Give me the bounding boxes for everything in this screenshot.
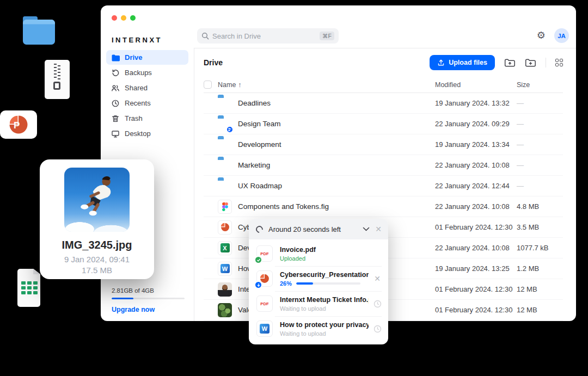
- upload-folder-icon: [504, 58, 516, 67]
- column-header-size[interactable]: Size: [517, 81, 563, 89]
- storage-progress-bar: [112, 298, 185, 299]
- upload-time-remaining: Around 20 seconds left: [268, 225, 357, 233]
- pdf-file-icon: PDF: [256, 295, 273, 312]
- sidebar-item-trash[interactable]: Trash: [106, 111, 188, 126]
- sidebar-item-desktop[interactable]: Desktop: [106, 126, 188, 141]
- shared-people-icon: [111, 84, 120, 93]
- sidebar-item-recents[interactable]: Recents: [106, 96, 188, 110]
- sidebar-item-backups[interactable]: Backups: [106, 65, 188, 80]
- search-shortcut-hint: ⌘F: [320, 32, 334, 40]
- upload-item-name: How to protect your privacy.doc: [280, 321, 369, 329]
- sidebar-item-label: Recents: [125, 99, 151, 107]
- table-row[interactable]: Marketing 22 January 2024. 10:08 —: [204, 155, 563, 176]
- user-avatar[interactable]: JA: [554, 28, 569, 43]
- shared-badge-icon: [226, 126, 234, 133]
- close-popup-button[interactable]: ✕: [375, 225, 382, 233]
- photo-thumbnail: [218, 303, 232, 317]
- settings-gear-button[interactable]: ⚙: [537, 30, 546, 40]
- minimize-window-button[interactable]: [121, 15, 126, 21]
- upload-progress-popup: Around 20 seconds left ✕ PDF Invoice.pdf…: [249, 219, 388, 344]
- column-header-modified[interactable]: Modified: [435, 81, 517, 89]
- new-folder-button[interactable]: [525, 58, 536, 67]
- sort-ascending-icon: ↑: [238, 81, 241, 89]
- powerpoint-logo-icon: P: [9, 115, 28, 134]
- svg-text:P: P: [14, 120, 20, 131]
- content-toolbar: Drive Upload files: [204, 48, 563, 77]
- upload-item[interactable]: PDF Internxt Meetup Ticket Info.pdf Wait…: [249, 291, 388, 316]
- powerpoint-file-icon: [218, 220, 232, 235]
- upload-item[interactable]: Cybersecurity_Presentation.ppt 26% ✕: [249, 266, 388, 291]
- window-header: INTERNXT ⌘F ⚙ JA: [101, 5, 576, 48]
- table-row[interactable]: Deadlines 19 January 2024. 13:32 —: [204, 93, 563, 114]
- search-input[interactable]: [212, 32, 316, 40]
- table-row[interactable]: Development 19 January 2024. 13:34 —: [204, 134, 563, 155]
- table-row[interactable]: UX Roadmap 22 January 2024. 12:44 —: [204, 176, 563, 196]
- new-folder-icon: [525, 58, 536, 67]
- word-file-icon: W: [256, 320, 273, 337]
- clouds: [64, 212, 130, 232]
- close-window-button[interactable]: [112, 15, 117, 21]
- storage-widget: 2.81GB of 4GB Upgrade now: [112, 287, 185, 313]
- storage-usage-label: 2.81GB of 4GB: [112, 287, 185, 294]
- select-all-checkbox[interactable]: [204, 81, 212, 89]
- upload-files-button[interactable]: Upload files: [430, 55, 495, 70]
- photo-thumbnail: [218, 282, 232, 297]
- photo-thumbnail: [64, 168, 130, 232]
- grid-view-button[interactable]: [555, 59, 563, 66]
- trash-icon: [111, 114, 120, 123]
- column-header-name[interactable]: Name ↑: [218, 81, 435, 89]
- collapse-popup-button[interactable]: [363, 227, 370, 231]
- sidebar-item-label: Trash: [125, 114, 143, 122]
- zipper-teeth: [54, 64, 57, 80]
- progress-bar-track: [296, 282, 360, 285]
- grid-view-icon: [555, 59, 563, 66]
- image-preview-card[interactable]: IMG_3245.jpg 9 Jan 2024, 09:41 17.5 MB: [40, 159, 154, 279]
- desktop-zip-file-icon[interactable]: [45, 60, 70, 99]
- zoom-window-button[interactable]: [130, 15, 136, 21]
- pdf-file-icon: PDF: [256, 245, 273, 262]
- progress-percent-label: 26%: [280, 280, 292, 287]
- waiting-clock-icon: [373, 300, 382, 308]
- uploading-arrow-icon: [254, 281, 262, 289]
- search-icon: [201, 32, 209, 40]
- upload-item-status: Waiting to upload: [280, 330, 369, 337]
- sidebar-item-label: Shared: [125, 84, 148, 92]
- upload-item-progress: 26%: [280, 280, 369, 287]
- table-header: Name ↑ Modified Size: [204, 77, 563, 93]
- table-row[interactable]: Components and Tokens.fig 22 January 202…: [204, 196, 563, 217]
- cancel-upload-button[interactable]: ✕: [374, 275, 381, 282]
- backup-restore-icon: [111, 69, 120, 77]
- upgrade-now-link[interactable]: Upgrade now: [112, 306, 185, 313]
- upload-items-list: PDF Invoice.pdf Uploaded Cybersecurity_P…: [249, 239, 388, 344]
- storage-progress-fill: [112, 298, 133, 299]
- upload-item[interactable]: W How to protect your privacy.doc Waitin…: [249, 316, 388, 341]
- excel-file-icon: X: [218, 241, 232, 255]
- uploaded-check-icon: [254, 256, 262, 264]
- upload-item[interactable]: PDF Invoice.pdf Uploaded: [249, 241, 388, 266]
- desktop-folder-icon[interactable]: [21, 15, 57, 48]
- figma-file-icon: [218, 200, 232, 214]
- sidebar-item-shared[interactable]: Shared: [106, 81, 188, 95]
- upload-item-name: Invoice.pdf: [280, 246, 369, 254]
- image-date: 9 Jan 2024, 09:41: [64, 255, 130, 264]
- jumping-person-illustration: [74, 171, 123, 218]
- powerpoint-file-icon: [256, 270, 273, 287]
- sidebar-item-label: Backups: [125, 69, 152, 77]
- sidebar-item-drive[interactable]: Drive: [106, 50, 188, 65]
- search-bar[interactable]: ⌘F: [197, 28, 339, 44]
- table-row[interactable]: Design Team 22 January 2024. 09:29 —: [204, 114, 563, 134]
- page-title: Drive: [204, 58, 223, 67]
- window-controls: [112, 15, 136, 21]
- upload-item-status: Uploaded: [280, 255, 369, 262]
- spreadsheet-grid-icon: [21, 281, 38, 294]
- desktop-spreadsheet-file-icon[interactable]: [17, 269, 40, 307]
- image-size: 17.5 MB: [82, 266, 112, 275]
- upload-folder-button[interactable]: [504, 58, 516, 67]
- internxt-logo: INTERNXT: [112, 36, 162, 44]
- sidebar-item-label: Desktop: [125, 130, 151, 138]
- upload-icon: [437, 59, 445, 66]
- upload-button-label: Upload files: [449, 59, 487, 66]
- desktop-powerpoint-file-icon[interactable]: P: [0, 110, 37, 139]
- upload-popup-header: Around 20 seconds left ✕: [249, 219, 388, 239]
- waiting-clock-icon: [373, 325, 382, 333]
